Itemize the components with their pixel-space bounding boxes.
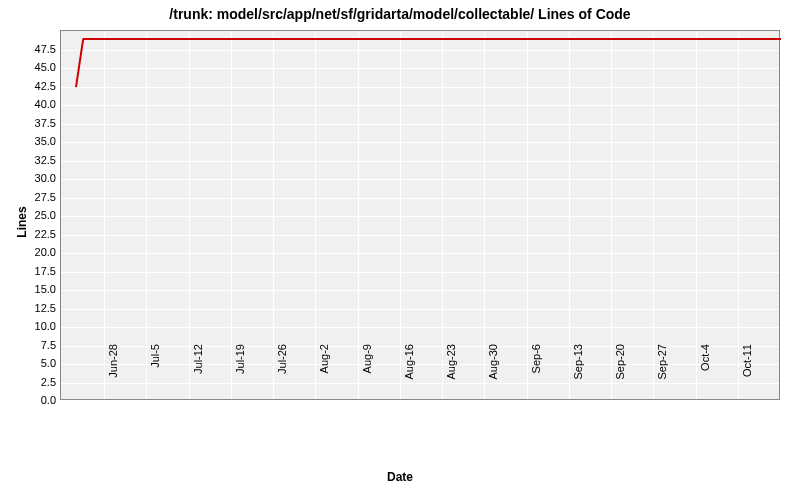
grid-line-h: [61, 87, 779, 88]
y-tick-label: 17.5: [6, 265, 56, 277]
y-tick-label: 30.0: [6, 172, 56, 184]
y-tick-label: 0.0: [6, 394, 56, 406]
x-tick-label: 12-Jul: [192, 344, 204, 404]
grid-line-h: [61, 401, 779, 402]
grid-line-v: [231, 31, 232, 399]
y-tick-label: 47.5: [6, 43, 56, 55]
x-tick-label: 28-Jun: [107, 344, 119, 404]
grid-line-v: [189, 31, 190, 399]
series-line: [75, 38, 84, 86]
y-tick-label: 7.5: [6, 339, 56, 351]
plot-area: [60, 30, 780, 400]
grid-line-h: [61, 364, 779, 365]
grid-line-h: [61, 142, 779, 143]
grid-line-h: [61, 179, 779, 180]
grid-line-v: [400, 31, 401, 399]
x-tick-label: 23-Aug: [445, 344, 457, 404]
grid-line-v: [527, 31, 528, 399]
x-tick-label: 16-Aug: [403, 344, 415, 404]
grid-line-v: [104, 31, 105, 399]
y-tick-label: 27.5: [6, 191, 56, 203]
grid-line-h: [61, 68, 779, 69]
grid-line-v: [146, 31, 147, 399]
y-tick-label: 5.0: [6, 357, 56, 369]
grid-line-h: [61, 253, 779, 254]
grid-line-v: [696, 31, 697, 399]
x-tick-label: 27-Sep: [656, 344, 668, 404]
grid-line-v: [273, 31, 274, 399]
y-tick-label: 42.5: [6, 80, 56, 92]
grid-line-h: [61, 383, 779, 384]
y-tick-label: 25.0: [6, 209, 56, 221]
grid-line-h: [61, 161, 779, 162]
grid-line-v: [611, 31, 612, 399]
grid-line-h: [61, 346, 779, 347]
x-tick-label: 13-Sep: [572, 344, 584, 404]
y-tick-label: 10.0: [6, 320, 56, 332]
y-tick-label: 37.5: [6, 117, 56, 129]
grid-line-h: [61, 235, 779, 236]
x-tick-label: 19-Jul: [234, 344, 246, 404]
chart-title: /trunk: model/src/app/net/sf/gridarta/mo…: [0, 6, 800, 22]
grid-line-v: [358, 31, 359, 399]
x-tick-label: 2-Aug: [318, 344, 330, 404]
y-tick-label: 15.0: [6, 283, 56, 295]
grid-line-h: [61, 105, 779, 106]
grid-line-h: [61, 50, 779, 51]
grid-line-v: [442, 31, 443, 399]
series-line: [83, 38, 781, 40]
grid-line-v: [484, 31, 485, 399]
y-tick-label: 12.5: [6, 302, 56, 314]
grid-line-h: [61, 216, 779, 217]
y-tick-label: 2.5: [6, 376, 56, 388]
grid-line-v: [653, 31, 654, 399]
x-tick-label: 6-Sep: [530, 344, 542, 404]
x-tick-label: 11-Oct: [741, 344, 753, 404]
grid-line-v: [569, 31, 570, 399]
grid-line-h: [61, 327, 779, 328]
grid-line-h: [61, 290, 779, 291]
x-tick-label: 30-Aug: [487, 344, 499, 404]
grid-line-v: [315, 31, 316, 399]
x-axis-label: Date: [0, 470, 800, 484]
x-tick-label: 20-Sep: [614, 344, 626, 404]
grid-line-h: [61, 309, 779, 310]
y-tick-label: 20.0: [6, 246, 56, 258]
x-tick-label: 9-Aug: [361, 344, 373, 404]
y-tick-label: 40.0: [6, 98, 56, 110]
grid-line-h: [61, 198, 779, 199]
grid-line-h: [61, 272, 779, 273]
y-tick-label: 32.5: [6, 154, 56, 166]
grid-line-h: [61, 124, 779, 125]
loc-chart: /trunk: model/src/app/net/sf/gridarta/mo…: [0, 0, 800, 500]
x-tick-label: 26-Jul: [276, 344, 288, 404]
x-tick-label: 5-Jul: [149, 344, 161, 404]
y-tick-label: 35.0: [6, 135, 56, 147]
x-tick-label: 4-Oct: [699, 344, 711, 404]
y-tick-label: 45.0: [6, 61, 56, 73]
grid-line-v: [738, 31, 739, 399]
y-tick-label: 22.5: [6, 228, 56, 240]
